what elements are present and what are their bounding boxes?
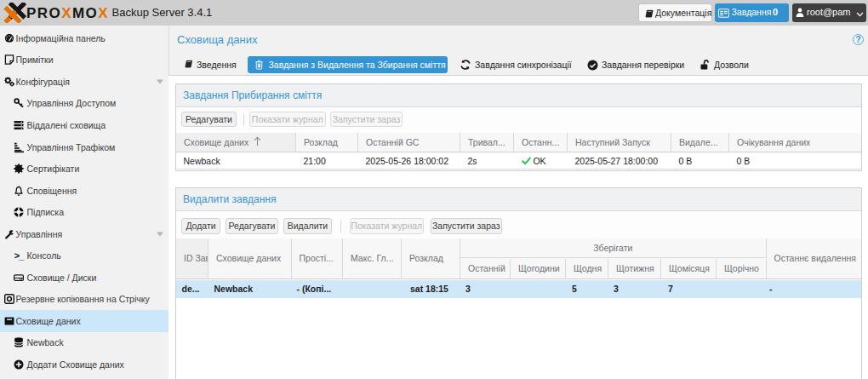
svg-text:PROXMOX: PROXMOX [26,5,109,21]
